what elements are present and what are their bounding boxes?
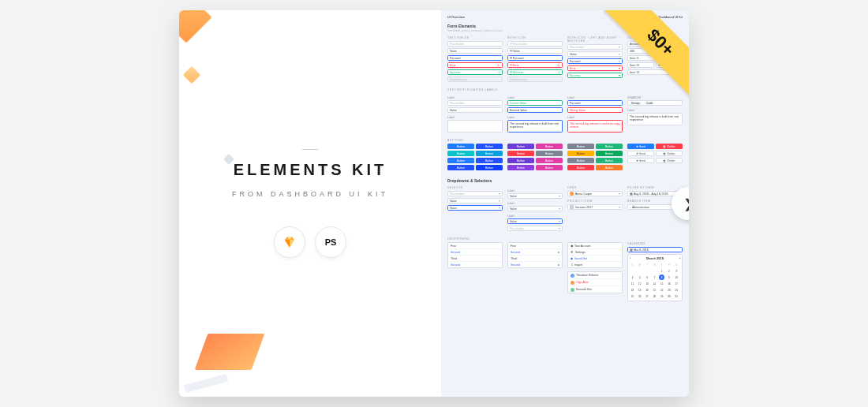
textarea-placeholder[interactable] xyxy=(447,120,503,133)
text-input[interactable]: Placeholder xyxy=(447,41,503,47)
textarea[interactable]: The second big release is built from rea… xyxy=(507,120,563,133)
tag-input[interactable]: Design Code xyxy=(627,100,683,106)
text-input[interactable]: Correct Value xyxy=(507,100,563,106)
select-input[interactable]: Value▾ xyxy=(507,218,563,224)
button[interactable]: Button xyxy=(567,165,594,170)
text-input[interactable]: Value xyxy=(447,48,503,54)
calendar-day[interactable]: 1 xyxy=(659,268,664,274)
text-input[interactable]: ✉ Placeholder xyxy=(507,41,563,47)
text-input[interactable]: Wrong Value xyxy=(567,107,623,113)
calendar-day[interactable]: 8 xyxy=(659,274,664,280)
button[interactable]: Button xyxy=(596,165,623,170)
menu-item[interactable]: ◉Your Account xyxy=(568,243,622,249)
calendar-day[interactable]: 2 xyxy=(666,268,672,274)
text-input[interactable]: Placeholder xyxy=(447,100,503,106)
select-input[interactable]: Success▾ xyxy=(567,73,623,78)
button[interactable]: Button xyxy=(567,158,594,163)
button[interactable]: Button xyxy=(596,158,623,163)
calendar-day[interactable]: 6 xyxy=(645,274,650,280)
calendar-day[interactable]: 14 xyxy=(652,281,657,286)
button[interactable]: Button xyxy=(507,165,534,170)
delete-button[interactable]: 🗑 Delete xyxy=(656,151,683,156)
button[interactable]: Button xyxy=(447,144,474,149)
text-input[interactable]: ✉ Focused xyxy=(507,55,563,61)
select-input[interactable]: Value▾ xyxy=(507,206,563,211)
button[interactable]: Button xyxy=(507,144,534,149)
photoshop-badge[interactable]: PS xyxy=(315,226,346,258)
calendar-day[interactable]: 28 xyxy=(652,293,657,299)
calendar-day[interactable]: 29 xyxy=(659,293,664,299)
button[interactable]: Button xyxy=(596,151,623,156)
menu-item[interactable]: ⚙Settings xyxy=(568,249,622,256)
calendar-day[interactable]: 11 xyxy=(630,281,635,286)
button[interactable]: Button xyxy=(596,144,623,149)
calendar-day[interactable]: 27 xyxy=(645,293,650,299)
menu-item[interactable]: Third xyxy=(448,256,502,262)
calendar-day[interactable]: 22 xyxy=(659,287,664,293)
button[interactable]: Button xyxy=(476,144,503,149)
menu-item[interactable]: Second xyxy=(448,262,502,267)
date-input[interactable]: ▦ Mar 8, 2018 xyxy=(627,247,683,252)
select-input[interactable]: Focused▾ xyxy=(567,58,623,64)
text-input[interactable]: ✉ Value xyxy=(507,48,563,54)
button[interactable]: Button xyxy=(507,151,534,156)
menu-item[interactable]: ⇩Import xyxy=(568,262,622,267)
menu-item[interactable]: Second xyxy=(448,249,502,256)
menu-item[interactable]: Third xyxy=(508,256,562,262)
button[interactable]: Button xyxy=(567,151,594,156)
button[interactable]: Button xyxy=(447,158,474,163)
calendar-day[interactable]: 25 xyxy=(630,293,635,299)
text-input[interactable]: Focused xyxy=(447,55,503,61)
calendar-day[interactable]: 5 xyxy=(637,274,642,280)
calendar-day[interactable]: 12 xyxy=(637,281,642,286)
select-input[interactable]: Value▾ xyxy=(447,198,503,204)
button[interactable]: Button xyxy=(507,158,534,163)
menu-item[interactable]: First xyxy=(448,243,502,249)
send-button[interactable]: ➤ Send xyxy=(627,151,654,156)
button[interactable]: Button xyxy=(536,151,563,156)
menu-item[interactable]: First xyxy=(508,243,562,249)
button[interactable]: Button xyxy=(536,144,563,149)
delete-button[interactable]: 🗑 Delete xyxy=(656,158,683,163)
select-input[interactable]: Value▾ xyxy=(507,193,563,199)
calendar-day[interactable]: 15 xyxy=(659,281,664,286)
project-select[interactable]: Vacation 2017▾ xyxy=(567,204,623,210)
calendar-day[interactable]: 23 xyxy=(666,287,672,293)
menu-item[interactable]: Olga Allen xyxy=(568,279,622,286)
text-input[interactable]: Item #3 xyxy=(627,62,654,68)
sketch-badge[interactable] xyxy=(274,226,305,258)
text-input[interactable]: Focused xyxy=(567,100,623,106)
calendar-day[interactable]: 9 xyxy=(666,274,672,280)
user-select[interactable]: Annie Cooper▾ xyxy=(567,191,623,196)
calendar-day[interactable]: 10 xyxy=(674,274,679,280)
calendar-day[interactable]: 20 xyxy=(645,287,650,293)
cal-prev[interactable]: ‹ xyxy=(630,256,630,260)
calendar-day[interactable]: 30 xyxy=(666,293,672,299)
text-input[interactable]: ✉ Success✓ xyxy=(507,69,563,75)
calendar-day[interactable]: 31 xyxy=(674,293,679,299)
calendar-day[interactable]: 13 xyxy=(645,281,650,286)
text-input[interactable]: Success✓ xyxy=(447,69,503,75)
delete-button[interactable]: 🗑 Delete xyxy=(656,144,683,149)
tag-chip[interactable]: Code xyxy=(645,102,654,105)
send-button[interactable]: ➤ Send xyxy=(627,158,654,163)
tag-chip[interactable]: Design xyxy=(630,102,642,105)
menu-item[interactable]: Second▸ xyxy=(508,249,562,256)
button[interactable]: Button xyxy=(476,165,503,170)
select-input[interactable]: Placeholder▾ xyxy=(567,44,623,50)
calendar-day[interactable]: 26 xyxy=(637,293,642,299)
menu-item[interactable]: Theodore Roberts xyxy=(568,272,622,279)
textarea[interactable]: The second big release is built from rea… xyxy=(627,113,683,125)
calendar-day[interactable]: 7 xyxy=(652,274,657,280)
calendar-day[interactable]: 16 xyxy=(666,281,672,286)
calendar-day[interactable]: 18 xyxy=(630,287,635,293)
calendar-day[interactable]: 17 xyxy=(674,281,679,286)
button[interactable]: Button xyxy=(447,165,474,170)
button[interactable]: Button xyxy=(536,165,563,170)
button[interactable]: Button xyxy=(476,158,503,163)
cal-next[interactable]: › xyxy=(679,256,680,260)
menu-item[interactable]: Second▸ xyxy=(508,262,562,267)
calendar-day[interactable]: 3 xyxy=(674,268,679,274)
send-button[interactable]: ➤ Send xyxy=(627,144,654,149)
text-input[interactable]: Error⚠ xyxy=(447,62,503,68)
